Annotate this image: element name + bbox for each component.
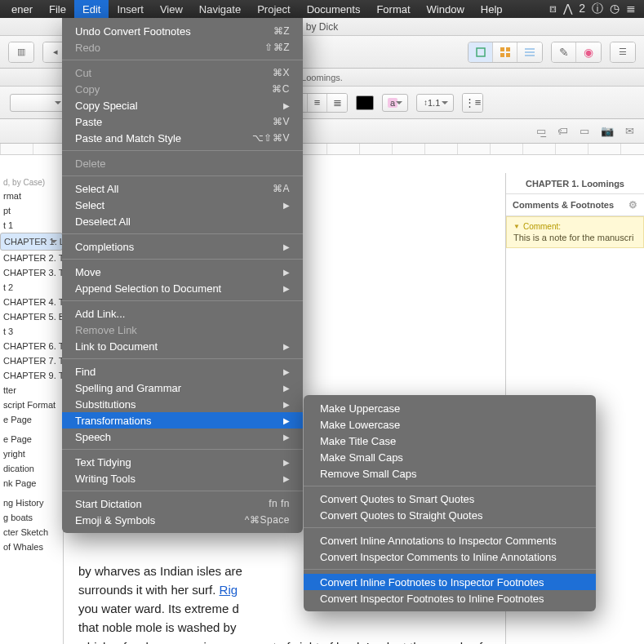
menu-item[interactable]: Link to Document▶ bbox=[62, 338, 303, 354]
submenu-item[interactable]: Convert Quotes to Smart Quotes bbox=[304, 491, 596, 507]
binder-item[interactable]: script Format bbox=[0, 398, 63, 412]
menu-item[interactable]: Cut⌘X bbox=[62, 64, 303, 81]
view-outline[interactable] bbox=[517, 42, 542, 62]
binder-item[interactable]: CHAPTER 3. T bbox=[0, 265, 63, 280]
menu-edit[interactable]: Edit bbox=[74, 0, 109, 18]
binder-item[interactable]: t 3 bbox=[0, 324, 63, 339]
menu-item[interactable]: Substitutions▶ bbox=[62, 396, 303, 412]
menu-item[interactable]: Start Dictationfn fn bbox=[62, 495, 303, 512]
binder-item[interactable]: cter Sketch bbox=[0, 525, 63, 540]
metadata-tab-icon[interactable]: ▭ bbox=[580, 125, 589, 137]
binder-item[interactable]: g boats bbox=[0, 510, 63, 525]
binder-item[interactable]: t 1 bbox=[0, 218, 63, 233]
list-button[interactable]: ⋮≡ bbox=[463, 94, 482, 112]
menu-item[interactable]: Paste and Match Style⌥⇧⌘V bbox=[62, 130, 303, 146]
menu-item[interactable]: Speech▶ bbox=[62, 429, 303, 445]
submenu-item[interactable]: Make Small Caps bbox=[304, 449, 596, 465]
submenu-item[interactable]: Make Title Case bbox=[304, 433, 596, 449]
binder-item[interactable]: CHAPTER 7. T bbox=[0, 353, 63, 368]
menu-format[interactable]: Format bbox=[368, 0, 418, 18]
edit-menu-dropdown[interactable]: Undo Convert Footnotes⌘ZRedo⇧⌘ZCut⌘XCopy… bbox=[62, 18, 303, 533]
submenu-item[interactable]: Make Lowercase bbox=[304, 416, 596, 433]
new-doc-button[interactable]: ✎ bbox=[552, 42, 576, 62]
overflow-icon[interactable]: ≣ bbox=[626, 2, 636, 16]
submenu-item[interactable]: Convert Quotes to Straight Quotes bbox=[304, 507, 596, 523]
menu-item[interactable]: Text Tidying▶ bbox=[62, 454, 303, 470]
menu-item[interactable]: Spelling and Grammar▶ bbox=[62, 380, 303, 396]
gear-icon[interactable]: ⚙ bbox=[628, 199, 637, 211]
submenu-item[interactable]: Convert Inspector Footnotes to Inline Fo… bbox=[304, 590, 596, 606]
binder-item[interactable]: rmat bbox=[0, 189, 63, 203]
menu-insert[interactable]: Insert bbox=[109, 0, 152, 18]
app-menu[interactable]: ener bbox=[3, 0, 41, 18]
menu-item[interactable]: Copy Special▶ bbox=[62, 97, 303, 113]
menubar[interactable]: ener FileEditInsertViewNavigateProjectDo… bbox=[0, 0, 644, 18]
bookmarks-tab-icon[interactable]: 🏷 bbox=[557, 125, 568, 137]
binder-item[interactable]: CHAPTER 9. T bbox=[0, 368, 63, 383]
line-spacing-select[interactable]: ↕ 1.1 bbox=[416, 94, 454, 112]
dropbox-icon[interactable]: ⧈ bbox=[549, 2, 557, 16]
menu-item[interactable]: Select All⌘A bbox=[62, 180, 303, 197]
notification-icon[interactable]: ⋀ bbox=[563, 2, 572, 16]
view-doc[interactable] bbox=[469, 42, 493, 62]
binder-item[interactable]: pt bbox=[0, 203, 63, 218]
bookmark-button[interactable]: ◉ bbox=[576, 42, 601, 62]
menu-file[interactable]: File bbox=[41, 0, 74, 18]
inspector-toggle[interactable]: ☰ bbox=[611, 42, 635, 62]
menu-item[interactable]: Paste⌘V bbox=[62, 113, 303, 130]
submenu-item[interactable]: Remove Small Caps bbox=[304, 465, 596, 482]
text-color-swatch[interactable] bbox=[356, 95, 374, 110]
inspector-section-title[interactable]: Comments & Footnotes ⚙ bbox=[506, 194, 644, 215]
binder-item[interactable]: yright bbox=[0, 446, 63, 461]
clock-icon[interactable]: ◷ bbox=[610, 2, 620, 16]
info-icon[interactable]: ⓘ bbox=[592, 2, 603, 16]
misc-group[interactable]: ✎ ◉ bbox=[551, 42, 602, 63]
menu-help[interactable]: Help bbox=[473, 0, 511, 18]
menu-item[interactable]: Transformations▶ bbox=[62, 412, 303, 429]
menu-item[interactable]: Copy⌘C bbox=[62, 81, 303, 97]
submenu-item[interactable]: Convert Inline Footnotes to Inspector Fo… bbox=[304, 574, 596, 590]
view-mode-group[interactable] bbox=[468, 42, 543, 63]
binder-item[interactable]: CHAPTER 2. T bbox=[0, 251, 63, 265]
comments-tab-icon[interactable]: ✉ bbox=[625, 125, 634, 137]
highlight-select[interactable]: a bbox=[382, 94, 408, 112]
menu-project[interactable]: Project bbox=[249, 0, 298, 18]
submenu-item[interactable]: Make Uppercase bbox=[304, 400, 596, 416]
binder-item[interactable]: nk Page bbox=[0, 476, 63, 491]
menu-item[interactable]: Undo Convert Footnotes⌘Z bbox=[62, 23, 303, 39]
menu-item[interactable]: Emoji & Symbols^⌘Space bbox=[62, 512, 303, 528]
binder-item[interactable]: CHAPTER 4. T bbox=[0, 295, 63, 309]
binder-item[interactable]: CHAPTER 5. B bbox=[0, 309, 63, 324]
binder-item[interactable]: e Page bbox=[0, 432, 63, 446]
inspector-comment[interactable]: Comment: This is a note for the manuscri bbox=[506, 216, 644, 248]
menu-item[interactable]: Add Link... bbox=[62, 305, 303, 322]
binder-toggle[interactable]: ▥ bbox=[9, 42, 33, 62]
editor-link[interactable]: Rig bbox=[220, 583, 238, 597]
align-right[interactable]: ≡ bbox=[308, 94, 327, 112]
binder-toggle-group[interactable]: ▥ bbox=[8, 42, 34, 63]
binder-item[interactable]: tter bbox=[0, 383, 63, 398]
menu-item[interactable]: Find▶ bbox=[62, 363, 303, 380]
submenu-item[interactable]: Convert Inline Annotations to Inspector … bbox=[304, 532, 596, 549]
binder-item[interactable]: CHAPTER 6. T bbox=[0, 339, 63, 353]
menu-view[interactable]: View bbox=[152, 0, 191, 18]
menu-item[interactable]: Writing Tools▶ bbox=[62, 470, 303, 486]
binder-item[interactable]: dication bbox=[0, 461, 63, 476]
menu-item[interactable]: Redo⇧⌘Z bbox=[62, 39, 303, 56]
menu-item[interactable]: Delete bbox=[62, 155, 303, 171]
notes-tab-icon[interactable]: ▭̲ bbox=[536, 125, 546, 137]
transformations-submenu[interactable]: Make UppercaseMake LowercaseMake Title C… bbox=[304, 395, 596, 611]
binder-item[interactable]: e Page bbox=[0, 412, 63, 427]
binder[interactable]: d, by Case) rmatptt 1CHAPTER 1. LCHAPTER… bbox=[0, 173, 64, 644]
binder-item[interactable]: ng History bbox=[0, 495, 63, 510]
binder-item[interactable]: of Whales bbox=[0, 540, 63, 554]
submenu-item[interactable]: Convert Inspector Comments to Inline Ann… bbox=[304, 549, 596, 565]
menu-item[interactable]: Remove Link bbox=[62, 322, 303, 338]
menu-item[interactable]: Completions▶ bbox=[62, 238, 303, 255]
align-justify[interactable]: ≣ bbox=[327, 94, 347, 112]
menu-item[interactable]: Select▶ bbox=[62, 197, 303, 213]
menu-navigate[interactable]: Navigate bbox=[191, 0, 249, 18]
binder-item[interactable]: t 2 bbox=[0, 280, 63, 295]
style-select[interactable] bbox=[10, 94, 67, 112]
snapshots-tab-icon[interactable]: 📷 bbox=[601, 125, 614, 137]
